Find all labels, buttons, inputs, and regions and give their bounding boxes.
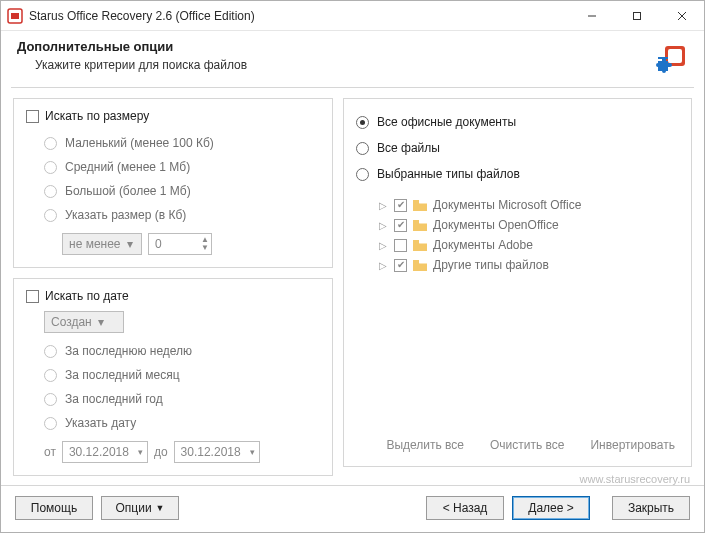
chevron-down-icon: ▾	[250, 447, 255, 457]
size-medium-radio[interactable]	[44, 161, 57, 174]
body: Искать по размеру Маленький (менее 100 К…	[1, 88, 704, 471]
tree-item[interactable]: ▷ ✔ Документы Microsoft Office	[378, 195, 679, 215]
date-panel: Искать по дате Создан ▾ За последнюю нед…	[13, 278, 333, 476]
site-link[interactable]: www.starusrecovery.ru	[580, 473, 690, 485]
date-week-radio[interactable]	[44, 345, 57, 358]
chevron-down-icon: ▾	[98, 315, 104, 329]
folder-icon	[413, 200, 427, 211]
size-medium-label: Средний (менее 1 Мб)	[65, 160, 190, 174]
size-value-spinner[interactable]: 0 ▲▼	[148, 233, 212, 255]
select-all-link[interactable]: Выделить все	[386, 438, 464, 452]
size-mode-combo[interactable]: не менее ▾	[62, 233, 142, 255]
tree-checkbox[interactable]: ✔	[394, 259, 407, 272]
clear-all-link[interactable]: Очистить все	[490, 438, 564, 452]
all-files-label: Все файлы	[377, 141, 440, 155]
tree-item[interactable]: ▷ Документы Adobe	[378, 235, 679, 255]
size-panel: Искать по размеру Маленький (менее 100 К…	[13, 98, 333, 268]
size-value: 0	[155, 237, 162, 251]
page-subtitle: Укажите критерии для поиска файлов	[35, 58, 654, 72]
tree-item[interactable]: ▷ ✔ Другие типы файлов	[378, 255, 679, 275]
date-year-label: За последний год	[65, 392, 163, 406]
date-from-label: от	[44, 445, 56, 459]
tree-checkbox[interactable]: ✔	[394, 199, 407, 212]
chevron-down-icon: ▾	[127, 237, 133, 251]
all-files-radio[interactable]	[356, 142, 369, 155]
expand-icon[interactable]: ▷	[378, 200, 388, 211]
date-kind-value: Создан	[51, 315, 92, 329]
tree-checkbox[interactable]	[394, 239, 407, 252]
selected-types-radio[interactable]	[356, 168, 369, 181]
tree-item-label: Документы Adobe	[433, 238, 533, 252]
size-custom-radio[interactable]	[44, 209, 57, 222]
all-office-radio[interactable]	[356, 116, 369, 129]
page-title: Дополнительные опции	[17, 39, 654, 54]
date-kind-combo[interactable]: Создан ▾	[44, 311, 124, 333]
folder-icon	[413, 240, 427, 251]
size-mode-value: не менее	[69, 237, 121, 251]
search-by-size-checkbox[interactable]	[26, 110, 39, 123]
window-title: Starus Office Recovery 2.6 (Office Editi…	[29, 9, 569, 23]
size-custom-label: Указать размер (в Кб)	[65, 208, 186, 222]
chevron-down-icon: ▼	[156, 503, 165, 513]
svg-rect-15	[413, 240, 419, 243]
svg-rect-16	[413, 260, 419, 263]
spinner-down-icon[interactable]: ▼	[201, 244, 209, 252]
date-month-label: За последний месяц	[65, 368, 180, 382]
date-custom-label: Указать дату	[65, 416, 136, 430]
folder-icon	[413, 220, 427, 231]
size-small-label: Маленький (менее 100 Кб)	[65, 136, 214, 150]
file-types-tree: ▷ ✔ Документы Microsoft Office ▷ ✔ Докум…	[378, 195, 679, 432]
date-week-label: За последнюю неделю	[65, 344, 192, 358]
chevron-down-icon: ▾	[138, 447, 143, 457]
invert-link[interactable]: Инвертировать	[590, 438, 675, 452]
date-to-field[interactable]: 30.12.2018 ▾	[174, 441, 260, 463]
expand-icon[interactable]: ▷	[378, 240, 388, 251]
folder-icon	[413, 260, 427, 271]
footer: Помощь Опции▼ < Назад Далее > Закрыть	[1, 485, 704, 532]
titlebar: Starus Office Recovery 2.6 (Office Editi…	[1, 1, 704, 31]
selection-links: Выделить все Очистить все Инвертировать	[356, 432, 679, 454]
back-button[interactable]: < Назад	[426, 496, 504, 520]
size-large-radio[interactable]	[44, 185, 57, 198]
search-by-date-label: Искать по дате	[45, 289, 129, 303]
close-button[interactable]	[659, 1, 704, 30]
app-icon	[7, 8, 23, 24]
search-by-date-checkbox[interactable]	[26, 290, 39, 303]
date-to-value: 30.12.2018	[181, 445, 241, 459]
all-office-label: Все офисные документы	[377, 115, 516, 129]
tree-item-label: Другие типы файлов	[433, 258, 549, 272]
svg-rect-3	[633, 12, 640, 19]
close-wizard-button[interactable]: Закрыть	[612, 496, 690, 520]
maximize-button[interactable]	[614, 1, 659, 30]
tree-item-label: Документы Microsoft Office	[433, 198, 581, 212]
expand-icon[interactable]: ▷	[378, 220, 388, 231]
svg-rect-14	[413, 220, 419, 223]
date-from-field[interactable]: 30.12.2018 ▾	[62, 441, 148, 463]
date-year-radio[interactable]	[44, 393, 57, 406]
svg-rect-7	[668, 49, 682, 63]
minimize-button[interactable]	[569, 1, 614, 30]
next-button[interactable]: Далее >	[512, 496, 590, 520]
window-controls	[569, 1, 704, 30]
page-header: Дополнительные опции Укажите критерии дл…	[1, 31, 704, 87]
tree-item[interactable]: ▷ ✔ Документы OpenOffice	[378, 215, 679, 235]
options-button[interactable]: Опции▼	[101, 496, 179, 520]
types-panel: Все офисные документы Все файлы Выбранны…	[343, 98, 692, 467]
tree-checkbox[interactable]: ✔	[394, 219, 407, 232]
date-month-radio[interactable]	[44, 369, 57, 382]
date-from-value: 30.12.2018	[69, 445, 129, 459]
tree-item-label: Документы OpenOffice	[433, 218, 559, 232]
date-custom-radio[interactable]	[44, 417, 57, 430]
app-window: Starus Office Recovery 2.6 (Office Editi…	[0, 0, 705, 533]
svg-rect-1	[11, 13, 19, 19]
svg-rect-13	[413, 200, 419, 203]
size-small-radio[interactable]	[44, 137, 57, 150]
expand-icon[interactable]: ▷	[378, 260, 388, 271]
date-to-label: до	[154, 445, 168, 459]
selected-types-label: Выбранные типы файлов	[377, 167, 520, 181]
help-button[interactable]: Помощь	[15, 496, 93, 520]
size-large-label: Большой (более 1 Мб)	[65, 184, 191, 198]
wizard-icon	[654, 43, 688, 77]
search-by-size-label: Искать по размеру	[45, 109, 149, 123]
